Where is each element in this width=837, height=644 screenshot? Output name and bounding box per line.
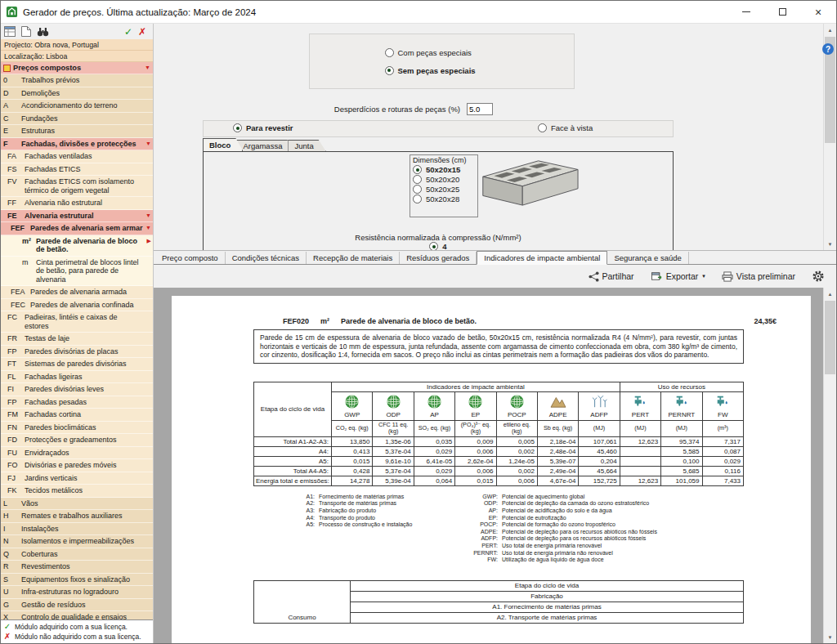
form-tab-junta[interactable]: Junta <box>288 140 325 151</box>
tree-header[interactable]: Preços compostos ▼ <box>1 62 153 74</box>
scrollbar-thumb[interactable] <box>825 301 835 374</box>
tree-item-ff-alvenaria-n-o-estrut[interactable]: FFAlvenaria não estrutural <box>1 197 153 210</box>
radio-50x20x15[interactable]: 50x20x15 <box>413 165 475 174</box>
consumption-row-a1: A1. Fornecimento de matérias primas <box>351 602 744 612</box>
mountain-icon <box>539 393 576 410</box>
tree-item-fp-paredes-divis-rias-d[interactable]: FPParedes divisórias de placas <box>1 346 153 359</box>
maximize-button[interactable] <box>764 1 800 23</box>
tab-seguran-a-e-sa-de[interactable]: Segurança e saúde <box>607 252 688 264</box>
radio-50x20x28[interactable]: 50x20x28 <box>413 195 475 203</box>
tree-item-fm-fachadas-cortina[interactable]: FMFachadas cortina <box>1 409 153 422</box>
tree-item-s-equipamentos-fixos-e[interactable]: SEquipamentos fixos e sinalização <box>1 574 153 587</box>
radio-4[interactable]: 4 <box>429 242 446 250</box>
scroll-down-icon[interactable]: ▼ <box>824 631 836 643</box>
tree-item-d-demoli-es[interactable]: DDemolições <box>1 87 153 101</box>
env-col-pocp: POCP <box>496 391 537 420</box>
sidebar: ✓✗ Projecto: Obra nova, Portugal Localiz… <box>1 24 153 643</box>
document-button[interactable] <box>21 26 31 37</box>
globe-icon <box>333 393 370 410</box>
grid-button[interactable] <box>4 26 16 37</box>
tree-item-m-cinta-perimetral-de-[interactable]: mCinta perimetral de blocos lintel de be… <box>1 257 153 287</box>
tree-item-fd-protec-es-e-gradeame[interactable]: FDProtecções e gradeamentos <box>1 434 153 447</box>
tree-item-n-isolamentos-e-imperm[interactable]: NIsolamentos e impermeabilizações <box>1 535 153 548</box>
tree-item-r-revestimentos[interactable]: RRevestimentos <box>1 561 153 574</box>
env-col-odp: ODP <box>373 391 414 420</box>
tree-item-q-coberturas[interactable]: QCoberturas <box>1 548 153 561</box>
scroll-down-icon[interactable]: ▼ <box>824 238 836 250</box>
radio-com-pe-as-especiais[interactable]: Com peças especiais <box>385 48 499 57</box>
waste-input[interactable] <box>467 103 493 115</box>
tree-item-fo-divis-rias-e-paredes[interactable]: FODivisórias e paredes móveis <box>1 459 153 472</box>
tab-res-duos-gerados[interactable]: Resíduos gerados <box>400 252 477 264</box>
tree-item-c-funda-es[interactable]: CFundações <box>1 113 153 126</box>
tree-item-h-remates-e-trabalhos-[interactable]: HRemates e trabalhos auxiliares <box>1 510 153 523</box>
main-area: Com peças especiaisSem peças especiais D… <box>153 24 836 643</box>
tree-item-fi-paredes-divis-rias-l[interactable]: FIParedes divisórias leves <box>1 383 153 396</box>
tree-item-fc-padieiras-lint-is-e-[interactable]: FCPadieiras, lintéis e caixas de estores <box>1 311 153 333</box>
action-vista-preliminar[interactable]: Vista preliminar <box>722 271 795 282</box>
form-tab-argamassa[interactable]: Argamassa <box>236 140 294 151</box>
tree-item-x-controlo-de-qualidad[interactable]: XControlo de qualidade e ensaios <box>1 611 153 619</box>
scroll-up-icon[interactable]: ▲ <box>824 288 836 300</box>
legend-row: ✗Módulo não adquirido com a sua licença. <box>3 632 150 642</box>
radio-face-vista[interactable]: Face à vista <box>538 123 593 132</box>
binoculars-button[interactable] <box>37 27 49 37</box>
tab-pre-o-composto[interactable]: Preço composto <box>155 252 226 264</box>
tab-recep-o-de-materiais[interactable]: Recepção de materiais <box>307 252 400 264</box>
globe-icon <box>457 393 494 410</box>
help-icon[interactable]: ? <box>822 43 834 55</box>
tree-item-a-acondicionamento-do-[interactable]: AAcondicionamento do terreno <box>1 100 153 113</box>
tree-item-fea-paredes-de-alvenaria[interactable]: FEAParedes de alvenaria armada <box>1 286 153 299</box>
tree-item-0-trabalhos-pr-vios[interactable]: 0Trabalhos prévios <box>1 74 153 87</box>
tree-item-ft-sistemas-de-paredes-[interactable]: FTSistemas de paredes divisórias <box>1 358 153 371</box>
tree-item-e-estruturas[interactable]: EEstruturas <box>1 125 153 138</box>
tree-item-u-infra-estruturas-no-[interactable]: UInfra-estruturas no logradouro <box>1 586 153 599</box>
tab-indicadores-de-impacte-ambiental[interactable]: Indicadores de impacte ambiental <box>477 251 607 265</box>
legend-entry-adfp: ADFP:Potencial de depleção para os recur… <box>466 535 744 543</box>
tab-condi-es-t-cnicas[interactable]: Condições técnicas <box>226 252 307 264</box>
radio-sem-pe-as-especiais[interactable]: Sem peças especiais <box>385 66 499 75</box>
tree-item-m-parede-de-alvenaria-[interactable]: m²Parede de alvenaria de bloco de betão.… <box>1 235 153 257</box>
document-scrollbar[interactable]: ▲ ▼ <box>823 288 836 643</box>
block-tabs: BlocoArgamassaJunta <box>203 138 320 151</box>
radio-50x20x25[interactable]: 50x20x25 <box>413 185 475 194</box>
tree-item-l-v-os[interactable]: LVãos <box>1 498 153 511</box>
action-exportar[interactable]: Exportar▾ <box>651 271 705 282</box>
env-col-pert: PERT <box>620 391 660 420</box>
env-unit-odp: CFC 11 eq. (kg) <box>373 420 414 436</box>
cancel-icon[interactable]: ✗ <box>138 27 146 37</box>
radio-dot-icon <box>413 185 422 194</box>
action-partilhar[interactable]: Partilhar <box>589 271 634 282</box>
scroll-up-icon[interactable]: ▲ <box>824 24 836 36</box>
env-col-ap: AP <box>414 391 454 420</box>
close-button[interactable]: × <box>800 1 836 23</box>
gear-icon[interactable] <box>812 270 825 283</box>
tree-item-fk-tecidos-met-licos[interactable]: FKTecidos metálicos <box>1 485 153 498</box>
confirm-icon[interactable]: ✓ <box>124 27 132 37</box>
tree-item-fs-fachadas-etics[interactable]: FSFachadas ETICS <box>1 163 153 177</box>
tree-item-fa-fachadas-ventiladas[interactable]: FAFachadas ventiladas <box>1 150 153 163</box>
tree-item-fp-fachadas-pesadas[interactable]: FPFachadas pesadas <box>1 396 153 409</box>
tree-item-f-fachadas-divis-es-e-[interactable]: FFachadas, divisões e protecções▼ <box>1 138 153 151</box>
legend-entry-gwp: GWP:Potencial de aquecimento global <box>466 494 744 501</box>
tree-item-fl-fachadas-ligeiras[interactable]: FLFachadas ligeiras <box>1 371 153 384</box>
tree-item-fec-paredes-de-alvenaria[interactable]: FECParedes de alvenaria confinada <box>1 299 153 312</box>
tree-item-fe-alvenaria-estrutural[interactable]: FEAlvenaria estrutural▼ <box>1 210 153 223</box>
tree-item-fv-fachadas-etics-com-i[interactable]: FVFachadas ETICS com isolamento térmico … <box>1 176 153 197</box>
radio-para-revestir[interactable]: Para revestir <box>233 123 293 132</box>
radio-50x20x20[interactable]: 50x20x20 <box>413 175 475 184</box>
minimize-button[interactable] <box>728 1 764 23</box>
form-scrollbar[interactable]: ▲ ▼ <box>823 24 836 250</box>
tree-item-fn-paredes-bioclim-tica[interactable]: FNParedes bioclimáticas <box>1 422 153 435</box>
tree-item-fj-jardins-verticais[interactable]: FJJardins verticais <box>1 472 153 485</box>
window-title: Gerador de preços. Última actualização: … <box>23 7 256 17</box>
legend-entry-a2: A2:Transporte de matérias primas <box>283 500 466 508</box>
tree-item-fef-paredes-de-alvenaria[interactable]: FEFParedes de alvenaria sem armar▼ <box>1 222 153 235</box>
radio-dot-icon <box>538 123 547 132</box>
legend-entry-a3: A3:Fabricação do produto <box>283 508 466 515</box>
tree-item-fr-testas-de-laje[interactable]: FRTestas de laje <box>1 333 153 346</box>
tree-item-i-instala-es[interactable]: IInstalações <box>1 523 153 536</box>
tree-item-fu-envidra-ados[interactable]: FUEnvidraçados <box>1 447 153 460</box>
tree-item-g-gest-o-de-res-duos[interactable]: GGestão de resíduos <box>1 599 153 612</box>
app-icon <box>6 6 18 18</box>
